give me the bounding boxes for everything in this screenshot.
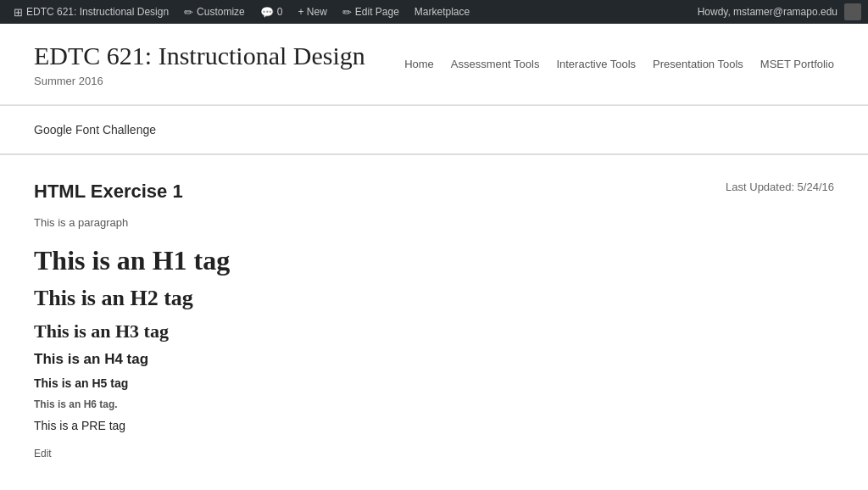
nav-assessment-tools[interactable]: Assessment Tools xyxy=(451,58,540,70)
last-updated: Last Updated: 5/24/16 xyxy=(726,181,834,193)
post-title: HTML Exercise 1 xyxy=(34,181,183,203)
main-nav: Home Assessment Tools Interactive Tools … xyxy=(404,58,834,70)
nav-interactive-tools[interactable]: Interactive Tools xyxy=(556,58,636,70)
wp-icon: ⊞ xyxy=(14,6,23,19)
nav-mset-portfolio[interactable]: MSET Portfolio xyxy=(760,58,834,70)
site-tagline: Summer 2016 xyxy=(34,75,365,87)
h6-demo: This is an H6 tag. xyxy=(34,398,834,410)
h1-demo: This is an H1 tag xyxy=(34,244,834,276)
paragraph-demo: This is a paragraph xyxy=(34,216,834,229)
h5-demo: This is an H5 tag xyxy=(34,376,834,390)
customize-icon: ✏ xyxy=(184,6,193,19)
nav-home[interactable]: Home xyxy=(404,58,434,70)
admin-bar-site-name[interactable]: ⊞ EDTC 621: Instructional Design xyxy=(7,0,175,24)
edit-icon: ✏ xyxy=(342,6,352,19)
edit-link[interactable]: Edit xyxy=(34,448,834,459)
site-title-area: EDTC 621: Instructional Design Summer 20… xyxy=(34,41,365,87)
admin-bar: ⊞ EDTC 621: Instructional Design ✏ Custo… xyxy=(0,0,868,24)
main-content: HTML Exercise 1 Last Updated: 5/24/16 Th… xyxy=(0,155,868,485)
admin-bar-customize[interactable]: ✏ Customize xyxy=(177,0,252,24)
site-title[interactable]: EDTC 621: Instructional Design xyxy=(34,41,365,71)
admin-bar-edit-page[interactable]: ✏ Edit Page xyxy=(336,0,406,24)
comment-icon: 💬 xyxy=(260,6,274,19)
page-breadcrumb-label: Google Font Challenge xyxy=(34,123,834,136)
pre-demo: This is a PRE tag xyxy=(34,419,834,432)
admin-bar-user: Howdy, mstamer@ramapo.edu xyxy=(698,3,861,20)
page-title-bar: Google Font Challenge xyxy=(0,106,868,154)
admin-bar-comments[interactable]: 💬 0 xyxy=(253,0,290,24)
admin-bar-marketplace[interactable]: Marketplace xyxy=(408,0,476,24)
post-header: HTML Exercise 1 Last Updated: 5/24/16 xyxy=(34,181,834,203)
nav-presentation-tools[interactable]: Presentation Tools xyxy=(653,58,743,70)
admin-bar-new[interactable]: + New xyxy=(291,0,333,24)
h3-demo: This is an H3 tag xyxy=(34,320,834,342)
avatar xyxy=(844,3,861,20)
h2-demo: This is an H2 tag xyxy=(34,285,834,311)
h4-demo: This is an H4 tag xyxy=(34,351,834,368)
site-header: EDTC 621: Instructional Design Summer 20… xyxy=(0,24,868,105)
